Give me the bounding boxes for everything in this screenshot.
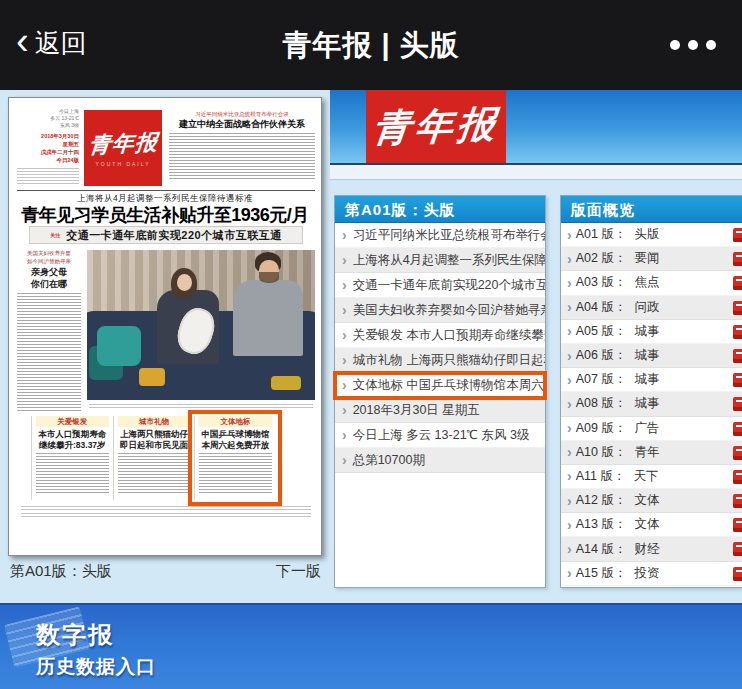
story-body-text bbox=[17, 293, 81, 411]
divider bbox=[17, 190, 315, 191]
page-overview-header: 版面概览 bbox=[561, 196, 742, 223]
article-list-item[interactable]: › 文体地标 中国乒乓球博物馆本周六起免... bbox=[335, 373, 545, 398]
pdf-icon[interactable] bbox=[733, 349, 742, 363]
section-name: 财经 bbox=[634, 541, 659, 558]
next-page-button[interactable]: 下一版 bbox=[276, 562, 321, 581]
article-title: 城市礼物 上海两只熊猫幼仔即日起和市... bbox=[353, 352, 545, 369]
story-column: 城市礼物 上海两只熊猫幼仔 即日起和市民见面 bbox=[113, 416, 195, 500]
article-title: 关爱银发 本市人口预期寿命继续攀升：8... bbox=[353, 327, 545, 344]
page-overview-item[interactable]: › A10 版： 青年 bbox=[561, 441, 742, 465]
article-list-item[interactable]: › 关爱银发 本市人口预期寿命继续攀升：8... bbox=[335, 323, 545, 348]
section-name: 城事 bbox=[634, 323, 659, 340]
chevron-right-icon: › bbox=[567, 227, 572, 243]
article-list-item[interactable]: › 交通一卡通年底前实现220个城市互联互通 bbox=[335, 273, 545, 298]
chevron-right-icon: › bbox=[567, 323, 572, 339]
masthead-top-story: 习近平同纳米比亚总统根哥布举行会谈 建立中纳全面战略合作伙伴关系 bbox=[169, 110, 315, 179]
chevron-right-icon: › bbox=[342, 352, 347, 368]
app-screen: ‹ 返回 青年报 | 头版 青年报 2018年03月30日 星期五 内容导航 ▾… bbox=[0, 0, 742, 689]
article-list-item[interactable]: › 上海将从4月起调整一系列民生保障待遇... bbox=[335, 248, 545, 273]
pdf-icon[interactable] bbox=[733, 325, 742, 339]
page-overview-item[interactable]: › A01 版： 头版 bbox=[561, 223, 742, 247]
story-column: 关爱银发 本市人口预期寿命 继续攀升:83.37岁 bbox=[31, 416, 113, 500]
page-overview-item[interactable]: › A05 版： 城事 bbox=[561, 320, 742, 344]
newspaper-thumbnail[interactable]: 今日上海 多云 13-21℃ 东风 3级 2018年3月30日 星期五 戊戌年二… bbox=[8, 97, 322, 556]
footer-bar: 数字报 历史数据入口 青年报 生活週刊 學生导报 Student's Post … bbox=[0, 603, 742, 689]
article-title: 习近平同纳米比亚总统根哥布举行会谈建... bbox=[353, 227, 545, 244]
page-number: A15 版： bbox=[576, 565, 627, 582]
article-list-item[interactable]: › 今日上海 多云 13-21℃ 东风 3级 bbox=[335, 423, 545, 448]
site-logo[interactable]: 青年报 bbox=[366, 90, 506, 163]
page-overview-item[interactable]: › A07 版： 城事 bbox=[561, 368, 742, 392]
pdf-icon[interactable] bbox=[733, 494, 742, 508]
story-body-text bbox=[169, 133, 315, 179]
page-number: A11 版： bbox=[576, 468, 626, 485]
section-name: 城事 bbox=[634, 371, 659, 388]
chevron-right-icon: › bbox=[567, 348, 572, 364]
pdf-icon[interactable] bbox=[733, 228, 742, 242]
article-list-item[interactable]: › 城市礼物 上海两只熊猫幼仔即日起和市... bbox=[335, 348, 545, 373]
page-overview-item[interactable]: › A06 版： 城事 bbox=[561, 344, 742, 368]
article-list-item[interactable]: › 美国夫妇收养弃婴如今回沪替她寻亲 生... bbox=[335, 298, 545, 323]
story-body-text bbox=[199, 453, 272, 493]
page-overview-item[interactable]: › A04 版： 问政 bbox=[561, 296, 742, 320]
page-overview-item[interactable]: › A09 版： 广告 bbox=[561, 417, 742, 441]
pdf-icon[interactable] bbox=[733, 470, 742, 484]
paper-footer-text bbox=[21, 513, 311, 518]
page-overview-item[interactable]: › A12 版： 文体 bbox=[561, 489, 742, 513]
article-list-item[interactable]: › 习近平同纳米比亚总统根哥布举行会谈建... bbox=[335, 223, 545, 248]
story-column: 文体地标 中国乒乓球博物馆 本周六起免费开放 bbox=[194, 416, 276, 500]
pdf-icon[interactable] bbox=[733, 567, 742, 581]
page-number: A07 版： bbox=[576, 371, 627, 388]
more-menu-button[interactable] bbox=[670, 40, 716, 50]
digital-archive-link[interactable]: 数字报 历史数据入口 bbox=[36, 619, 156, 680]
pdf-icon[interactable] bbox=[733, 276, 742, 290]
article-list-item[interactable]: › 2018年3月30日 星期五 bbox=[335, 398, 545, 423]
article-title: 美国夫妇收养弃婴如今回沪替她寻亲 生... bbox=[353, 302, 545, 319]
page-number: A14 版： bbox=[576, 541, 627, 558]
pdf-icon[interactable] bbox=[733, 397, 742, 411]
chevron-right-icon: › bbox=[342, 302, 347, 318]
chevron-right-icon: › bbox=[342, 277, 347, 293]
chevron-right-icon: › bbox=[567, 299, 572, 315]
article-title: 2018年3月30日 星期五 bbox=[353, 402, 480, 419]
page-overview-item[interactable]: › A11 版： 天下 bbox=[561, 465, 742, 489]
page-number: A08 版： bbox=[576, 395, 627, 412]
pdf-icon[interactable] bbox=[733, 252, 742, 266]
article-title: 文体地标 中国乒乓球博物馆本周六起免... bbox=[353, 377, 545, 394]
pdf-icon[interactable] bbox=[733, 446, 742, 460]
page-overview-item[interactable]: › A08 版： 城事 bbox=[561, 392, 742, 416]
pdf-icon[interactable] bbox=[733, 518, 742, 532]
chevron-right-icon: › bbox=[342, 327, 347, 343]
section-name: 投资 bbox=[634, 565, 659, 582]
chevron-right-icon: › bbox=[567, 468, 572, 484]
article-list-panel: 第A01版：头版 › 习近平同纳米比亚总统根哥布举行会谈建... › 上海将从4… bbox=[334, 195, 546, 588]
story-tag: 关注 bbox=[50, 233, 60, 238]
page-overview-item[interactable]: › A02 版： 要闻 bbox=[561, 247, 742, 271]
pdf-icon[interactable] bbox=[733, 422, 742, 436]
pdf-icon[interactable] bbox=[733, 542, 742, 556]
page-overview-item[interactable]: › A14 版： 财经 bbox=[561, 537, 742, 561]
dot-icon bbox=[706, 40, 716, 50]
page-overview-item[interactable]: › A15 版： 投资 bbox=[561, 562, 742, 586]
page-number: A01 版： bbox=[576, 226, 627, 243]
chevron-right-icon: › bbox=[567, 565, 572, 581]
site-banner: 青年报 2018年03月30日 星期五 内容导航 ▾ 版面导航 ▾ 日期导航 ▾ bbox=[330, 90, 742, 163]
pdf-icon[interactable] bbox=[733, 373, 742, 387]
chevron-right-icon: › bbox=[342, 377, 347, 393]
pillow bbox=[97, 326, 141, 366]
article-title: 今日上海 多云 13-21℃ 东风 3级 bbox=[353, 427, 530, 444]
page-overview-panel: 版面概览 › A01 版： 头版 › A02 版： 要闻 › bbox=[560, 195, 742, 588]
page-number: A13 版： bbox=[576, 516, 627, 533]
section-name: 要闻 bbox=[634, 250, 659, 267]
page-number: A09 版： bbox=[576, 420, 627, 437]
man-figure bbox=[259, 272, 279, 283]
section-name: 文体 bbox=[634, 492, 659, 509]
masthead-info: 今日上海 多云 13-21℃ 东风 3级 2018年3月30日 星期五 戊戌年二… bbox=[17, 108, 79, 184]
pdf-icon[interactable] bbox=[733, 301, 742, 315]
page-overview-item[interactable]: › A03 版： 焦点 bbox=[561, 271, 742, 295]
section-name: 青年 bbox=[634, 444, 659, 461]
bottom-story-columns: 关爱银发 本市人口预期寿命 继续攀升:83.37岁 城市礼物 上海两只熊猫幼仔 … bbox=[31, 416, 276, 500]
article-list-item[interactable]: › 总第10700期 bbox=[335, 448, 545, 473]
page-overview-item[interactable]: › A13 版： 文体 bbox=[561, 513, 742, 537]
page-number: A10 版： bbox=[576, 444, 627, 461]
